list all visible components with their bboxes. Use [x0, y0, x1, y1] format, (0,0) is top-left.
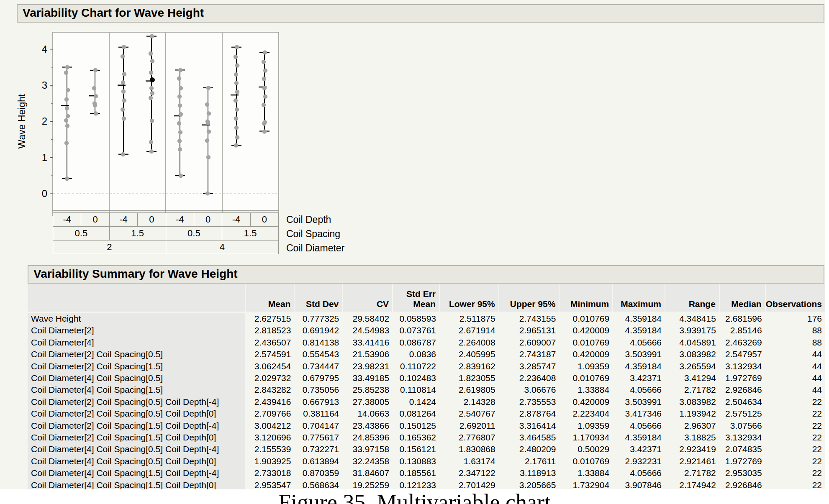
- data-point[interactable]: [179, 86, 183, 90]
- data-point[interactable]: [262, 102, 266, 107]
- data-point[interactable]: [150, 119, 154, 123]
- data-point[interactable]: [206, 86, 210, 90]
- summary-value-cell: 2.029732: [245, 372, 295, 384]
- data-point[interactable]: [207, 111, 211, 115]
- data-point[interactable]: [206, 121, 210, 125]
- summary-value-cell: 0.165362: [393, 432, 439, 443]
- data-point[interactable]: [65, 124, 69, 128]
- data-point[interactable]: [177, 76, 181, 80]
- summary-value-cell: 0.130883: [393, 455, 439, 467]
- data-point[interactable]: [262, 60, 266, 64]
- data-point[interactable]: [235, 107, 239, 112]
- data-point[interactable]: [263, 68, 267, 72]
- data-point[interactable]: [234, 116, 238, 120]
- data-point[interactable]: [234, 125, 239, 130]
- data-point[interactable]: [234, 55, 238, 59]
- data-point[interactable]: [65, 65, 69, 69]
- data-point[interactable]: [150, 91, 154, 95]
- summary-value-cell: 176: [765, 312, 825, 325]
- summary-value-cell: 4.05666: [613, 384, 665, 396]
- data-point[interactable]: [121, 80, 125, 84]
- summary-value-cell: 2.540767: [439, 408, 499, 420]
- data-point[interactable]: [234, 98, 238, 102]
- data-point[interactable]: [122, 45, 126, 49]
- data-point[interactable]: [235, 63, 239, 67]
- data-point[interactable]: [64, 118, 68, 123]
- data-point[interactable]: [262, 86, 267, 90]
- data-point[interactable]: [64, 71, 68, 75]
- data-point[interactable]: [66, 88, 70, 92]
- data-point[interactable]: [177, 139, 182, 143]
- data-point[interactable]: [179, 174, 183, 178]
- summary-value-cell: 2.155539: [245, 443, 295, 455]
- data-point[interactable]: [64, 141, 69, 145]
- data-point[interactable]: [94, 111, 98, 115]
- summary-value-cell: 1.09359: [559, 420, 613, 432]
- data-point[interactable]: [149, 96, 153, 100]
- data-point[interactable]: [178, 130, 182, 134]
- data-point[interactable]: [150, 59, 154, 63]
- data-point[interactable]: [149, 51, 153, 56]
- data-point[interactable]: [205, 191, 210, 195]
- summary-value-cell: 0.156121: [393, 443, 439, 455]
- data-point[interactable]: [234, 72, 238, 77]
- data-point[interactable]: [66, 114, 70, 118]
- data-point[interactable]: [263, 95, 267, 99]
- data-point[interactable]: [235, 90, 239, 94]
- data-point[interactable]: [263, 50, 267, 54]
- variability-summary-title: Variability Summary for Wave Height: [33, 267, 238, 280]
- data-point[interactable]: [178, 68, 182, 72]
- coil-depth-level-cell: 0: [250, 213, 278, 227]
- data-point[interactable]: [205, 138, 209, 143]
- data-point[interactable]: [149, 140, 153, 144]
- data-point[interactable]: [234, 143, 238, 147]
- data-point[interactable]: [234, 81, 239, 85]
- data-point[interactable]: [177, 121, 181, 125]
- data-point[interactable]: [122, 72, 126, 76]
- data-point[interactable]: [121, 107, 125, 112]
- summary-value-cell: 0.086787: [393, 337, 439, 348]
- data-point[interactable]: [121, 152, 125, 156]
- summary-value-cell: 88: [765, 325, 825, 336]
- data-point[interactable]: [65, 106, 69, 110]
- data-point[interactable]: [235, 135, 239, 139]
- summary-row-label: Wave Height: [28, 312, 245, 325]
- data-point[interactable]: [149, 149, 154, 154]
- data-point[interactable]: [121, 54, 125, 59]
- data-point[interactable]: [179, 112, 183, 116]
- data-point[interactable]: [93, 103, 97, 107]
- data-point[interactable]: [65, 177, 69, 181]
- variability-chart-plot[interactable]: 01234Wave Height: [17, 22, 310, 218]
- variability-summary-section-header[interactable]: Variability Summary for Wave Height: [28, 265, 824, 284]
- selected-data-point[interactable]: [150, 77, 155, 82]
- data-point[interactable]: [177, 95, 182, 99]
- summary-value-cell: 2.681596: [719, 312, 765, 325]
- data-point[interactable]: [262, 77, 266, 81]
- data-point[interactable]: [205, 102, 209, 107]
- summary-value-cell: 0.081264: [393, 408, 439, 420]
- coil-spacing-level-cell: 1.5: [109, 227, 166, 240]
- data-point[interactable]: [206, 155, 210, 159]
- data-point[interactable]: [262, 121, 266, 125]
- data-point[interactable]: [149, 86, 154, 90]
- data-point[interactable]: [150, 34, 154, 38]
- data-point[interactable]: [121, 90, 126, 94]
- data-point[interactable]: [64, 97, 69, 102]
- data-point[interactable]: [178, 103, 182, 107]
- data-point[interactable]: [94, 94, 98, 98]
- data-point[interactable]: [149, 71, 153, 75]
- data-point[interactable]: [122, 98, 126, 102]
- summary-value-cell: 32.24358: [342, 455, 393, 467]
- summary-row-label: Coil Diameter[4] Coil Spacing[0.5]: [28, 372, 245, 384]
- data-point[interactable]: [93, 68, 98, 72]
- data-point[interactable]: [92, 86, 96, 90]
- summary-value-cell: 0.058593: [393, 312, 439, 325]
- data-point[interactable]: [122, 116, 126, 120]
- data-point[interactable]: [178, 147, 182, 151]
- data-point[interactable]: [235, 45, 239, 49]
- data-point[interactable]: [207, 129, 211, 133]
- summary-value-cell: 0.691942: [294, 325, 342, 336]
- variability-chart-section-header[interactable]: Variability Chart for Wave Height: [17, 4, 824, 23]
- variability-chart-title: Variability Chart for Wave Height: [23, 6, 204, 19]
- data-point[interactable]: [262, 129, 267, 133]
